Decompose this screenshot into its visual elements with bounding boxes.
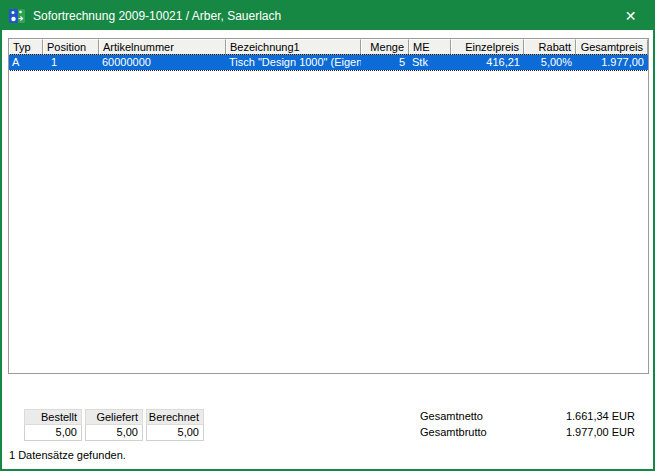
quantity-col-berechnet: Berechnet 5,00 [146,409,204,441]
cell-bezeichnung1: Tisch "Design 1000" (Eigenf [226,55,361,70]
column-header-me[interactable]: ME [409,39,451,55]
quantity-summary: Bestellt 5,00 Geliefert 5,00 Berechnet 5… [24,409,204,441]
quantity-col-geliefert: Geliefert 5,00 [85,409,143,441]
cell-menge: 5 [361,55,409,70]
total-netto-label: Gesamtnetto [420,410,535,422]
table-row-selected[interactable]: A 1 60000000 Tisch "Design 1000" (Eigenf… [9,55,648,70]
quantity-header-berechnet: Berechnet [146,409,204,425]
column-header-artikelnummer[interactable]: Artikelnummer [99,39,226,55]
column-header-typ[interactable]: Typ [9,39,43,55]
quantity-header-bestellt: Bestellt [24,409,82,425]
items-grid: Typ Position Artikelnummer Bezeichnung1 … [8,38,649,374]
column-header-gesamtpreis[interactable]: Gesamtpreis [576,39,648,55]
cell-typ: A [9,55,43,70]
statusbar-text: 1 Datensätze gefunden. [9,449,126,461]
quantity-value-bestellt: 5,00 [24,425,82,441]
quantity-value-berechnet: 5,00 [146,425,204,441]
cell-position: 1 [43,55,99,70]
total-brutto-row: Gesamtbrutto 1.977,00 EUR [420,424,635,440]
column-header-einzelpreis[interactable]: Einzelpreis [451,39,524,55]
cell-einzelpreis: 416,21 [451,55,524,70]
cell-me: Stk [409,55,451,70]
window-title: Sofortrechnung 2009-10021 / Arber, Sauer… [33,9,281,23]
column-header-position[interactable]: Position [43,39,99,55]
total-brutto-label: Gesamtbrutto [420,426,535,438]
quantity-header-geliefert: Geliefert [85,409,143,425]
titlebar[interactable]: Sofortrechnung 2009-10021 / Arber, Sauer… [2,2,653,30]
total-netto-value: 1.661,34 EUR [535,410,635,422]
cell-artikelnummer: 60000000 [99,55,226,70]
column-header-rabatt[interactable]: Rabatt [524,39,576,55]
app-icon [9,8,25,24]
column-header-bezeichnung1[interactable]: Bezeichnung1 [226,39,361,55]
total-netto-row: Gesamtnetto 1.661,34 EUR [420,408,635,424]
cell-rabatt: 5,00% [524,55,576,70]
cell-gesamtpreis: 1.977,00 [576,55,648,70]
close-icon: ✕ [625,8,637,24]
grid-header-row: Typ Position Artikelnummer Bezeichnung1 … [9,39,648,55]
quantity-col-bestellt: Bestellt 5,00 [24,409,82,441]
close-button[interactable]: ✕ [608,2,653,30]
column-header-menge[interactable]: Menge [361,39,409,55]
totals-summary: Gesamtnetto 1.661,34 EUR Gesamtbrutto 1.… [420,408,635,440]
total-brutto-value: 1.977,00 EUR [535,426,635,438]
invoice-window: Sofortrechnung 2009-10021 / Arber, Sauer… [0,0,655,471]
quantity-value-geliefert: 5,00 [85,425,143,441]
